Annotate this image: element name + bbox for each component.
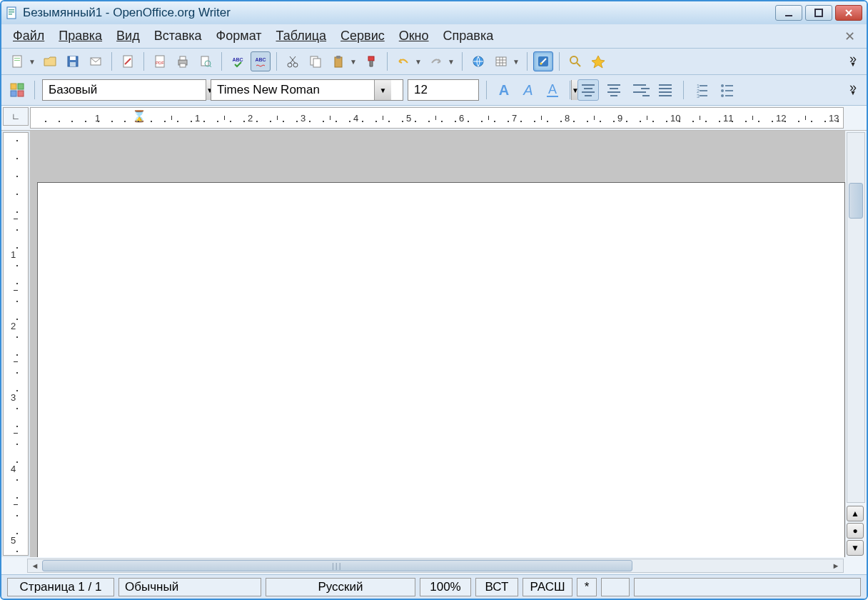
separator	[570, 81, 570, 99]
save-button[interactable]	[63, 51, 83, 71]
menu-table[interactable]: Таблица	[272, 27, 331, 45]
nav-target-button[interactable]: ●	[847, 523, 864, 539]
vscroll-thumb[interactable]	[849, 183, 863, 219]
undo-dropdown[interactable]: ▼	[413, 51, 423, 71]
status-style[interactable]: Обычный	[118, 578, 261, 596]
align-left-button[interactable]	[577, 79, 599, 101]
horizontal-ruler[interactable]: ⌛ 11234567891011121314	[30, 107, 844, 129]
style-input[interactable]	[43, 80, 206, 100]
separator	[486, 81, 487, 99]
menu-tools[interactable]: Сервис	[336, 27, 389, 45]
align-center-button[interactable]	[603, 79, 625, 101]
undo-button[interactable]	[393, 51, 413, 71]
svg-rect-17	[180, 56, 186, 60]
navigator-button[interactable]	[588, 51, 608, 71]
pdf-export-button[interactable]: PDF	[150, 51, 170, 71]
underline-button[interactable]: A	[542, 80, 562, 100]
separator	[111, 52, 112, 71]
minimize-button[interactable]	[775, 5, 802, 21]
hscroll-row: ◄ ||| ►	[1, 557, 867, 574]
svg-rect-31	[496, 57, 506, 66]
vscroll-column: ▲ ● ▼	[845, 131, 867, 557]
show-draw-button[interactable]	[533, 51, 553, 71]
redo-button[interactable]	[426, 51, 446, 71]
new-doc-button[interactable]	[7, 51, 27, 71]
print-button[interactable]	[173, 51, 193, 71]
menu-file[interactable]: Файл	[9, 27, 49, 45]
bullet-list-button[interactable]	[717, 79, 738, 101]
svg-rect-29	[368, 56, 374, 61]
font-input[interactable]	[211, 80, 374, 100]
ruler-corner[interactable]: ∟	[3, 107, 29, 126]
nav-prev-button[interactable]: ▲	[847, 506, 864, 521]
italic-button[interactable]: A	[518, 80, 538, 100]
menu-format[interactable]: Формат	[212, 27, 266, 45]
paste-button[interactable]	[328, 51, 348, 71]
hscroll-right[interactable]: ►	[829, 559, 843, 572]
find-button[interactable]	[565, 51, 585, 71]
page[interactable]	[37, 182, 845, 557]
vertical-ruler[interactable]: 12345	[3, 132, 29, 556]
status-sig[interactable]	[601, 578, 630, 596]
doc-close-icon[interactable]: ✕	[840, 29, 859, 44]
hscroll-left[interactable]: ◄	[28, 559, 42, 572]
email-button[interactable]	[86, 51, 106, 71]
status-language[interactable]: Русский	[266, 578, 415, 596]
copy-button[interactable]	[306, 51, 326, 71]
status-extra[interactable]	[634, 578, 861, 596]
edit-doc-button[interactable]	[118, 51, 138, 71]
menu-view[interactable]: Вид	[112, 27, 144, 45]
hyperlink-button[interactable]	[468, 51, 488, 71]
status-page[interactable]: Страница 1 / 1	[7, 578, 114, 596]
hscroll-thumb[interactable]: |||	[42, 560, 632, 571]
new-doc-dropdown[interactable]: ▼	[27, 51, 37, 71]
menubar: Файл Правка Вид Вставка Формат Таблица С…	[1, 24, 867, 49]
svg-rect-44	[700, 85, 707, 86]
style-combo[interactable]: ▼	[42, 79, 206, 101]
svg-text:A: A	[548, 82, 557, 96]
menu-help[interactable]: Справка	[439, 27, 498, 45]
align-justify-button[interactable]	[655, 79, 676, 101]
svg-rect-8	[14, 60, 20, 61]
ruler-row: ∟ ⌛ 11234567891011121314	[1, 106, 867, 131]
print-preview-button[interactable]	[196, 51, 216, 71]
format-overflow[interactable]: »▼	[845, 82, 861, 98]
status-zoom[interactable]: 100%	[420, 578, 471, 596]
nav-next-button[interactable]: ▼	[847, 540, 864, 556]
redo-dropdown[interactable]: ▼	[446, 51, 456, 71]
font-combo[interactable]: ▼	[211, 79, 403, 101]
toolbar-overflow[interactable]: »▼	[845, 54, 861, 69]
workspace: 12345 ▲ ● ▼	[1, 131, 867, 557]
format-paintbrush-button[interactable]	[361, 51, 381, 71]
close-button[interactable]	[835, 5, 862, 21]
cut-button[interactable]	[283, 51, 303, 71]
menu-window[interactable]: Окно	[395, 27, 433, 45]
bold-button[interactable]: A	[494, 80, 514, 100]
svg-rect-11	[70, 62, 76, 66]
vertical-scrollbar[interactable]	[847, 132, 865, 503]
open-button[interactable]	[40, 51, 60, 71]
horizontal-scrollbar[interactable]: ◄ ||| ►	[27, 559, 844, 573]
status-selection[interactable]: РАСШ	[523, 578, 572, 596]
svg-rect-3	[9, 14, 12, 15]
menu-edit[interactable]: Правка	[54, 27, 106, 45]
table-dropdown[interactable]: ▼	[511, 51, 521, 71]
hscroll-track[interactable]: |||	[42, 559, 829, 572]
status-modified[interactable]: *	[577, 578, 597, 596]
status-insert[interactable]: ВСТ	[475, 578, 518, 596]
spellcheck-button[interactable]: ABC	[228, 51, 248, 71]
size-combo[interactable]: ▼	[408, 79, 479, 101]
numbered-list-button[interactable]: 123	[691, 79, 712, 101]
font-dropdown[interactable]: ▼	[374, 80, 391, 100]
autospell-button[interactable]: ABC	[251, 51, 271, 71]
align-right-button[interactable]	[629, 79, 650, 101]
maximize-button[interactable]	[805, 5, 832, 21]
document-area[interactable]	[30, 131, 845, 557]
styles-button[interactable]	[7, 80, 27, 100]
svg-rect-2	[9, 11, 14, 13]
separator	[34, 81, 35, 99]
menu-insert[interactable]: Вставка	[150, 27, 206, 45]
indent-marker-icon[interactable]: ⌛	[132, 109, 146, 123]
table-button[interactable]	[491, 51, 511, 71]
paste-dropdown[interactable]: ▼	[348, 51, 358, 71]
